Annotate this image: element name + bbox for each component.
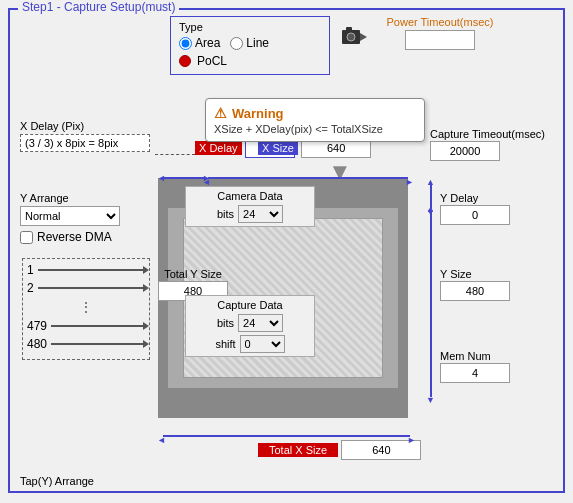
y-size-arrow-v: ▲ ▼	[430, 212, 432, 397]
mem-num-wrap: Mem Num 4	[440, 350, 510, 383]
capture-setup-panel: Step1 - Capture Setup(must) Type Area Li…	[8, 8, 565, 493]
y-delay-wrap: Y Delay 0	[440, 192, 510, 225]
row-479: 479	[27, 319, 145, 333]
line-label: Line	[246, 36, 269, 50]
y-size-input[interactable]: 480	[440, 281, 510, 301]
tap-y-arrange-label: Tap(Y) Arrange	[20, 475, 94, 487]
row-1: 1	[27, 263, 145, 277]
x-delay-arrow: ◄ ►	[163, 177, 205, 179]
row-1-num: 1	[27, 263, 34, 277]
capture-data-shift-row: shift 0 1 2	[192, 335, 308, 353]
row-480: 480	[27, 337, 145, 351]
y-arrange-label: Y Arrange	[20, 192, 120, 204]
camera-data-bits-select[interactable]: 24 8 10 12 16	[238, 205, 283, 223]
camera-data-label: Camera Data	[192, 190, 308, 202]
capture-data-bits-row: bits 24 8 16	[192, 314, 308, 332]
camera-type-box: Type Area Line PoCL	[170, 16, 330, 75]
warning-label: Warning	[232, 106, 284, 121]
warning-tooltip: ⚠ Warning XSize + XDelay(pix) <= TotalXS…	[205, 98, 425, 142]
capture-timeout-wrap: Capture Timeout(msec) 20000	[430, 128, 545, 161]
shift-label: shift	[215, 338, 235, 350]
step-label: Step1 - Capture Setup(must)	[18, 0, 179, 14]
x-delay-label: X Delay (Pix)	[20, 120, 150, 132]
camera-data-box: Camera Data bits 24 8 10 12 16	[185, 186, 315, 227]
type-label: Type	[179, 21, 203, 33]
camera-icon-area	[340, 24, 370, 52]
y-size-label: Y Size	[440, 268, 510, 280]
pocl-label: PoCL	[197, 54, 227, 68]
capture-timeout-input[interactable]: 20000	[430, 141, 500, 161]
warning-icon: ⚠	[214, 105, 227, 121]
pocl-row: PoCL	[179, 54, 321, 68]
camera-type-radio-row: Area Line	[179, 36, 321, 50]
camera-data-bits-row: bits 24 8 10 12 16	[192, 205, 308, 223]
y-arrange-select[interactable]: Normal Reverse Custom	[20, 206, 120, 226]
area-option[interactable]: Area	[179, 36, 220, 50]
total-x-size-label: Total X Size	[258, 443, 338, 457]
row-479-num: 479	[27, 319, 47, 333]
svg-rect-2	[346, 27, 352, 31]
camera-icon	[340, 24, 368, 48]
x-delay-section: X Delay (Pix) (3 / 3) x 8pix = 8pix	[20, 120, 150, 152]
mem-num-label: Mem Num	[440, 350, 510, 362]
svg-marker-3	[360, 33, 367, 41]
dashed-connector	[155, 154, 195, 155]
capture-data-label: Capture Data	[192, 299, 308, 311]
row-numbers: 1 2 ⋮ 479 480	[22, 258, 150, 360]
row-480-arrow	[51, 343, 145, 345]
svg-point-1	[347, 33, 355, 41]
camera-type-label: Type	[179, 21, 321, 33]
row-2-arrow	[38, 287, 145, 289]
row-ellipsis: ⋮	[27, 299, 145, 315]
capture-data-box: Capture Data bits 24 8 16 shift 0 1 2	[185, 295, 315, 357]
x-size-label: X Size	[258, 141, 298, 155]
x-delay-formula: (3 / 3) x 8pix = 8pix	[20, 134, 150, 152]
y-delay-label: Y Delay	[440, 192, 510, 204]
row-1-arrow	[38, 269, 145, 271]
reverse-dma-label: Reverse DMA	[37, 230, 112, 244]
capture-bits-label: bits	[217, 317, 234, 329]
reverse-dma-row: Reverse DMA	[20, 230, 120, 244]
total-y-size-label: Total Y Size	[158, 268, 228, 280]
row-2-num: 2	[27, 281, 34, 295]
x-delay-input-label: X Delay	[195, 141, 242, 155]
area-label: Area	[195, 36, 220, 50]
y-size-wrap: Y Size 480	[440, 268, 510, 301]
reverse-dma-checkbox[interactable]	[20, 231, 33, 244]
power-timeout-input[interactable]	[405, 30, 475, 50]
total-x-size-wrap: Total X Size 640	[258, 440, 421, 460]
power-timeout-box: Power Timeout(msec)	[370, 16, 510, 50]
warning-title: ⚠ Warning	[214, 105, 416, 121]
line-radio[interactable]	[230, 37, 243, 50]
capture-data-shift-select[interactable]: 0 1 2	[240, 335, 285, 353]
capture-data-bits-select[interactable]: 24 8 16	[238, 314, 283, 332]
area-radio[interactable]	[179, 37, 192, 50]
capture-timeout-label: Capture Timeout(msec)	[430, 128, 545, 140]
pocl-dot	[179, 55, 191, 67]
total-x-arrow: ◄ ►	[163, 435, 410, 437]
row-2: 2	[27, 281, 145, 295]
line-option[interactable]: Line	[230, 36, 269, 50]
row-480-num: 480	[27, 337, 47, 351]
row-479-arrow	[51, 325, 145, 327]
y-delay-input[interactable]: 0	[440, 205, 510, 225]
y-arrange-section: Y Arrange Normal Reverse Custom Reverse …	[20, 192, 120, 244]
x-size-arrow: ◄ ►	[208, 177, 408, 179]
warning-message: XSize + XDelay(pix) <= TotalXSize	[214, 123, 416, 135]
power-timeout-label: Power Timeout(msec)	[370, 16, 510, 28]
camera-data-bits-label: bits	[217, 208, 234, 220]
mem-num-input[interactable]: 4	[440, 363, 510, 383]
